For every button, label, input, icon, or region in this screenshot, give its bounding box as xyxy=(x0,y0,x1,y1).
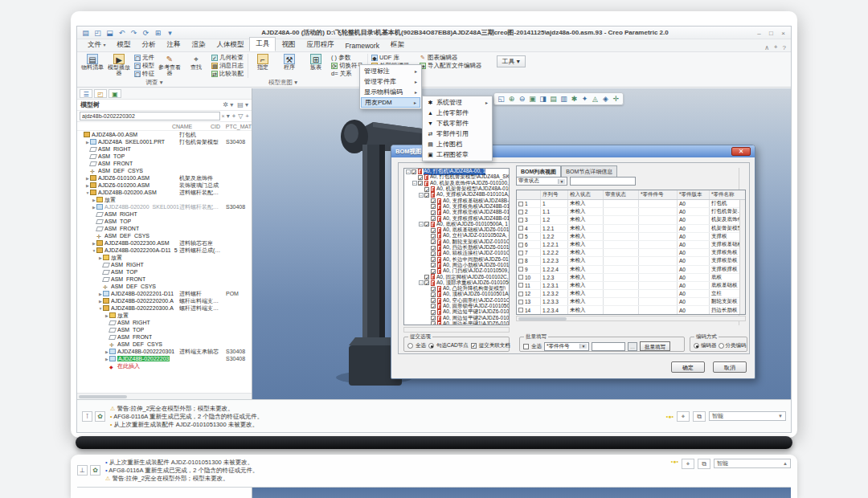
node-checkbox[interactable] xyxy=(431,239,436,244)
node-checkbox[interactable] xyxy=(431,257,436,262)
batch-field-combo[interactable]: *零件件号▼ xyxy=(544,342,589,351)
node-checkbox[interactable] xyxy=(431,287,436,292)
row-checkbox[interactable] xyxy=(518,226,523,231)
model-tree-row[interactable]: ASM_RIGHT xyxy=(77,261,252,268)
zoom-in-icon[interactable]: ⊕ xyxy=(506,94,517,104)
view-manager-icon[interactable]: ▥ xyxy=(559,94,569,104)
node-checkbox[interactable] xyxy=(424,222,429,227)
row-checkbox[interactable] xyxy=(518,210,523,214)
feature-button[interactable]: ▢特征 xyxy=(133,70,155,77)
node-checkbox[interactable] xyxy=(411,169,416,174)
node-checkbox[interactable] xyxy=(431,228,436,233)
row-checkbox[interactable] xyxy=(518,267,523,271)
expander-icon[interactable] xyxy=(425,234,430,239)
open-file-icon[interactable]: ◰ xyxy=(92,28,103,38)
cancel-button[interactable]: 取消 xyxy=(713,361,747,373)
bom-table-row[interactable]: 10 1.2.3 未检入 A0 底板 AJDZ6- xyxy=(517,274,745,282)
ribbon-tab[interactable]: Framework xyxy=(339,40,385,51)
row-checkbox[interactable] xyxy=(518,275,523,280)
checked-cad-nodes-radio[interactable] xyxy=(428,343,434,349)
find-icon[interactable]: ⌖ xyxy=(232,112,236,120)
maximize-button[interactable]: □ xyxy=(767,29,776,37)
row-checkbox[interactable] xyxy=(518,292,523,296)
node-checkbox[interactable] xyxy=(431,251,436,256)
annotation-display-icon[interactable]: ✦ xyxy=(579,94,590,104)
bom-table-row[interactable]: 14 1.2.3.4 未检入 A0 挡边长肋板 AJDZ6- xyxy=(517,306,745,314)
menu-item-upload-drawing[interactable]: ▤ 上传图档 xyxy=(424,139,491,149)
bom-table-vscrollbar[interactable] xyxy=(739,200,745,314)
ribbon-tab[interactable]: 分析 xyxy=(136,39,161,51)
bom-table-row[interactable]: 2 1.1 未检入 A0 打包机骨架… AJDZ4 xyxy=(517,208,745,216)
bom-table-row[interactable]: 6 1.2.2.1 未检入 A0 支撑板基础板 AJDZ4 xyxy=(517,241,745,249)
datum-display-icon[interactable]: ✱ xyxy=(569,94,579,104)
close-button[interactable]: × xyxy=(779,29,788,37)
node-checkbox[interactable] xyxy=(431,246,436,251)
help-icon[interactable]: ? xyxy=(783,44,786,51)
tools-dropdown-button[interactable]: 工具 ▾ xyxy=(497,55,526,67)
model-tree-row[interactable]: ▼ AJDZ48B-02022200A-D11_5 进料螺杆总成(… xyxy=(77,247,252,254)
refit-icon[interactable]: ◱ xyxy=(496,94,506,104)
node-checkbox[interactable] xyxy=(431,263,436,267)
expander-icon[interactable] xyxy=(425,216,430,221)
model-player-button[interactable]: ▶模型播放器 xyxy=(107,54,131,76)
batch-select-all-checkbox[interactable] xyxy=(523,344,529,349)
expander-icon[interactable] xyxy=(425,316,430,320)
encoder-radio[interactable] xyxy=(694,343,699,349)
menu-item-drawing-stamp[interactable]: ▣ 工程图签章 xyxy=(424,149,491,160)
bom-table-hscrollbar[interactable] xyxy=(516,316,746,321)
zoom-out-icon[interactable]: ⊖ xyxy=(517,94,527,104)
node-checkbox[interactable] xyxy=(424,280,429,285)
group-label-investigate[interactable]: 调查 ▾ xyxy=(77,79,231,87)
expander-icon[interactable] xyxy=(425,269,430,274)
model-tree-row[interactable]: ASM_FRONT xyxy=(77,225,252,232)
bom-table-row[interactable]: 7 1.2.2.2 未检入 A0 支撑板角板 AJDZ4 xyxy=(517,249,745,257)
node-checkbox[interactable] xyxy=(431,234,436,239)
tree-horizontal-scrollbar[interactable] xyxy=(77,393,252,399)
bom-table-row[interactable]: 8 1.2.2.3 未检入 A0 支撑板垫板 AJDZ4 xyxy=(517,257,745,265)
model-tree-row[interactable]: ▶ AJDZ48A_SKEL0001.PRT 打包机骨架模型 S30408 xyxy=(77,138,252,145)
node-checkbox[interactable] xyxy=(431,269,436,274)
expander-icon[interactable] xyxy=(425,251,430,256)
reference-viewer-button[interactable]: ✎参考查看器 xyxy=(158,54,182,76)
assign-button[interactable]: ⌐指定 xyxy=(251,54,275,70)
family-table-button[interactable]: ⊞族表 xyxy=(304,54,328,70)
expander-icon[interactable] xyxy=(425,228,430,233)
tree-tab[interactable]: ☰ xyxy=(80,89,92,98)
row-checkbox[interactable] xyxy=(518,308,523,312)
model-button[interactable]: ▢模型 xyxy=(133,62,155,69)
node-checkbox[interactable] xyxy=(424,193,429,198)
menu-item-part-reference[interactable]: ⇄ 零部件引用 xyxy=(424,129,491,139)
expander-icon[interactable]: − xyxy=(419,193,424,198)
selection-filter-combo[interactable]: 智能▼ xyxy=(709,411,786,421)
bom-table-row[interactable]: 1 1 未检入 A0 打包机 AJDZ4 xyxy=(517,200,745,208)
qat-dropdown-icon[interactable]: ▾ xyxy=(165,28,175,38)
model-tree-row[interactable]: ASM_TOP xyxy=(77,326,252,333)
ribbon-tab[interactable]: 框架 xyxy=(385,39,410,51)
expander-icon[interactable]: − xyxy=(419,280,424,285)
model-tree-row[interactable]: ▶ AJDZ48B-02022203 S30408 xyxy=(77,355,252,362)
ribbon-tab[interactable]: 渲染 xyxy=(186,39,211,51)
node-checkbox[interactable] xyxy=(431,304,436,308)
row-checkbox[interactable] xyxy=(518,259,523,263)
bom-table-row[interactable]: 9 1.2.2.4 未检入 A0 支撑板撑板 AJDZ4 xyxy=(517,266,745,274)
model-tree-row[interactable]: ASM_FRONT xyxy=(77,160,252,167)
ribbon-tab[interactable]: 文件 ▾ xyxy=(82,39,111,51)
parameters-button[interactable]: ( ) 参数 xyxy=(330,54,364,61)
row-checkbox[interactable] xyxy=(518,300,523,304)
ribbon-tab[interactable]: 工具 xyxy=(249,37,276,51)
expander-icon[interactable] xyxy=(425,292,430,297)
bom-table-row[interactable]: 5 1.2.2 未检入 A0 支撑板 AJDZ4 xyxy=(517,233,745,241)
node-checkbox[interactable] xyxy=(431,204,436,209)
repaint-icon[interactable]: ▣ xyxy=(527,94,538,104)
expander-icon[interactable] xyxy=(425,239,430,244)
node-checkbox[interactable] xyxy=(424,187,429,192)
expander-icon[interactable] xyxy=(425,310,430,315)
row-checkbox[interactable] xyxy=(518,234,523,239)
expander-icon[interactable]: − xyxy=(412,181,417,186)
tools-menu-item[interactable]: 管理零件库 ▸ xyxy=(361,76,420,87)
bom-table-row[interactable]: 13 1.2.3.3 未检入 A0 翻轮支架板 AJDZ-C xyxy=(517,298,745,306)
model-tree-row[interactable]: ASM_RIGHT xyxy=(77,210,252,218)
import-profile-editor-button[interactable]: ➔导入配置文件编辑器 xyxy=(419,62,483,69)
group-label-model-intent[interactable]: 模型意图 ▾ xyxy=(231,79,334,87)
batch-fill-button[interactable]: 批量填写 xyxy=(640,341,670,351)
